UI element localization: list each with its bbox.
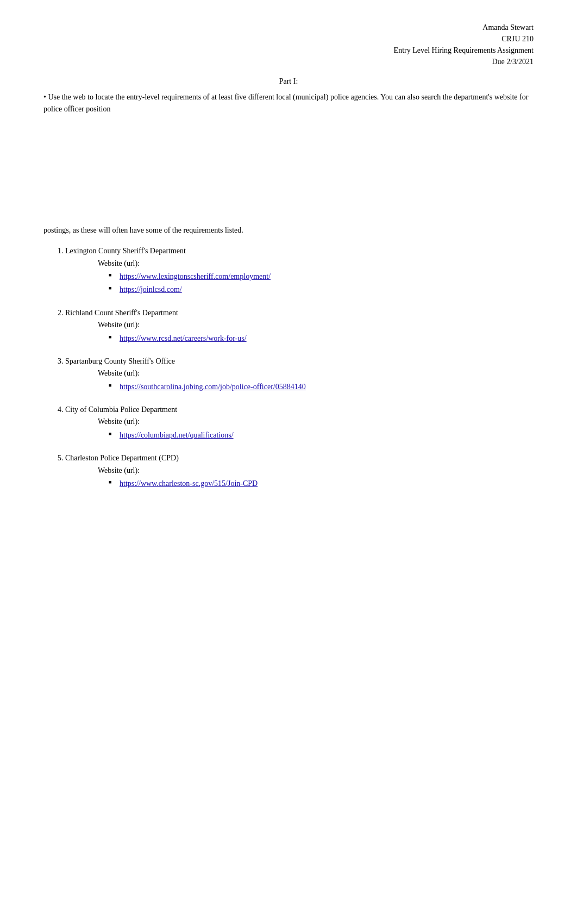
website-label-1: Website (url): <box>98 258 534 270</box>
website-label-3: Website (url): <box>98 367 534 379</box>
link-item-5-1: https://www.charleston-sc.gov/515/Join-C… <box>109 478 534 490</box>
link-item-1-2: https://joinlcsd.com/ <box>109 284 534 296</box>
agency-item-2: Richland Count Sheriff's DepartmentWebsi… <box>65 307 534 345</box>
part-title: Part I: <box>43 77 534 86</box>
header-course: CRJU 210 <box>43 33 534 45</box>
website-label-4: Website (url): <box>98 416 534 428</box>
agency-name-1: Lexington County Sheriff's Department <box>65 245 534 257</box>
continuation-text: postings, as these will often have some … <box>43 224 534 236</box>
agency-item-3: Spartanburg County Sheriff's OfficeWebsi… <box>65 355 534 393</box>
website-label-2: Website (url): <box>98 319 534 331</box>
link-item-1-1: https://www.lexingtonscsheriff.com/emplo… <box>109 271 534 283</box>
links-list-2: https://www.rcsd.net/careers/work-for-us… <box>65 333 534 345</box>
link-item-4-1: https://columbiapd.net/qualifications/ <box>109 429 534 441</box>
agency-name-2: Richland Count Sheriff's Department <box>65 307 534 319</box>
link-item-3-1: https://southcarolina.jobing.com/job/pol… <box>109 381 534 393</box>
link-2-1[interactable]: https://www.rcsd.net/careers/work-for-us… <box>120 334 247 342</box>
link-1-2[interactable]: https://joinlcsd.com/ <box>120 285 182 294</box>
link-item-2-1: https://www.rcsd.net/careers/work-for-us… <box>109 333 534 345</box>
links-list-1: https://www.lexingtonscsheriff.com/emplo… <box>65 271 534 296</box>
header-due-date: Due 2/3/2021 <box>43 56 534 67</box>
link-1-1[interactable]: https://www.lexingtonscsheriff.com/emplo… <box>120 272 271 280</box>
link-4-1[interactable]: https://columbiapd.net/qualifications/ <box>120 431 234 439</box>
intro-text: • Use the web to locate the entry-level … <box>43 91 534 116</box>
agency-item-4: City of Columbia Police DepartmentWebsit… <box>65 404 534 441</box>
agency-item-5: Charleston Police Department (CPD)Websit… <box>65 452 534 490</box>
header-assignment: Entry Level Hiring Requirements Assignme… <box>43 45 534 56</box>
agency-name-4: City of Columbia Police Department <box>65 404 534 416</box>
links-list-5: https://www.charleston-sc.gov/515/Join-C… <box>65 478 534 490</box>
header-name: Amanda Stewart <box>43 22 534 33</box>
agencies-list: Lexington County Sheriff's DepartmentWeb… <box>43 245 534 490</box>
links-list-4: https://columbiapd.net/qualifications/ <box>65 429 534 441</box>
link-3-1[interactable]: https://southcarolina.jobing.com/job/pol… <box>120 383 306 391</box>
agency-name-5: Charleston Police Department (CPD) <box>65 452 534 464</box>
link-5-1[interactable]: https://www.charleston-sc.gov/515/Join-C… <box>120 479 258 488</box>
agency-name-3: Spartanburg County Sheriff's Office <box>65 355 534 367</box>
agency-item-1: Lexington County Sheriff's DepartmentWeb… <box>65 245 534 296</box>
links-list-3: https://southcarolina.jobing.com/job/pol… <box>65 381 534 393</box>
website-label-5: Website (url): <box>98 465 534 477</box>
header-block: Amanda Stewart CRJU 210 Entry Level Hiri… <box>43 22 534 67</box>
